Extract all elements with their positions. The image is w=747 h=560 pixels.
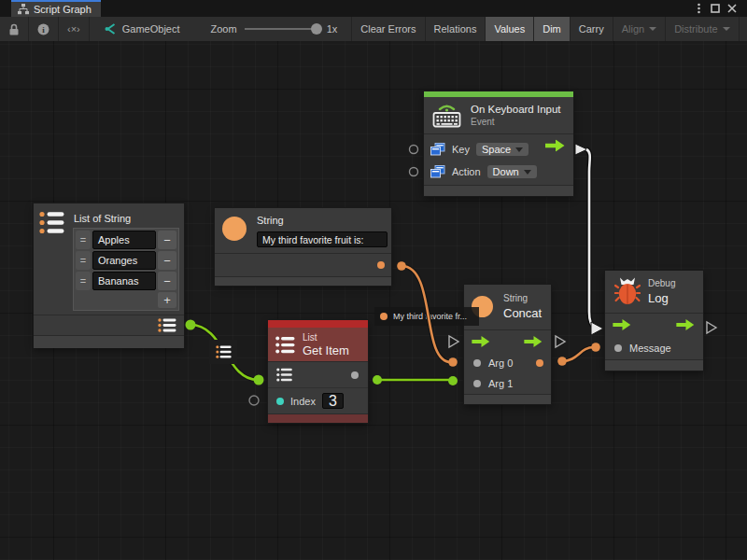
- node-category: Debug: [648, 278, 675, 289]
- list-icon: [275, 336, 295, 354]
- unconnected-trigger-in[interactable]: [449, 336, 458, 347]
- node-footer: [605, 359, 703, 371]
- list-item-field[interactable]: Bananas: [92, 272, 156, 290]
- trigger-input-port[interactable]: [472, 336, 491, 347]
- overview-button[interactable]: Overv: [740, 17, 747, 41]
- relations-button[interactable]: Relations: [426, 17, 486, 41]
- result-output-port[interactable]: [536, 359, 543, 367]
- string-output-port[interactable]: [377, 261, 385, 269]
- zoom-control: Zoom 1x: [189, 17, 346, 41]
- message-input-port[interactable]: [614, 344, 622, 352]
- wire-start-arrow[interactable]: [575, 144, 587, 155]
- string-icon: [222, 217, 247, 241]
- wire-keyboard-to-log[interactable]: [586, 149, 595, 328]
- node-debug-log[interactable]: Debug Log Message: [605, 271, 703, 371]
- unconnected-trigger-out[interactable]: [556, 336, 565, 347]
- distribute-dropdown[interactable]: Distribute: [666, 17, 739, 41]
- bug-icon: [614, 277, 641, 305]
- node-list-of-string[interactable]: List of String = Apples − = Oranges − =: [34, 203, 184, 347]
- align-dropdown[interactable]: Align: [613, 17, 666, 41]
- list-input-port[interactable]: [276, 368, 292, 382]
- wire-endpoint[interactable]: [186, 320, 196, 330]
- wire-casing: [562, 347, 594, 361]
- wire-endpoint[interactable]: [254, 375, 264, 385]
- trigger-input-port[interactable]: [613, 319, 632, 330]
- list-icon: [39, 211, 64, 234]
- list-icon: [216, 345, 232, 358]
- node-title: Log: [648, 291, 669, 305]
- unconnected-key-port[interactable]: [410, 146, 418, 154]
- list-items-box: = Apples − = Oranges − = Bananas −: [73, 228, 179, 311]
- list-item-field[interactable]: Apples: [92, 231, 156, 249]
- wire-endpoint[interactable]: [591, 343, 600, 352]
- add-item-button[interactable]: +: [158, 292, 176, 308]
- graph-toolbar: i ‹×› GameObject Zoom 1x Clear Errors Re…: [0, 17, 747, 42]
- wire-endpoint[interactable]: [448, 376, 458, 385]
- maximize-icon[interactable]: [708, 2, 722, 15]
- remove-item-button[interactable]: −: [158, 272, 176, 290]
- zoom-slider[interactable]: [245, 28, 317, 30]
- trigger-output-port[interactable]: [676, 319, 696, 330]
- node-string-concat[interactable]: String Concat Arg 0 Arg 1: [464, 285, 551, 404]
- drag-handle[interactable]: =: [76, 272, 91, 290]
- drag-handle[interactable]: =: [76, 231, 91, 249]
- dim-toggle[interactable]: Dim: [534, 17, 571, 41]
- wire-endpoint[interactable]: [448, 357, 458, 367]
- string-value-dot: [380, 313, 388, 320]
- node-footer: [424, 185, 573, 196]
- node-string-literal[interactable]: String My third favorite fruit is:: [215, 208, 391, 286]
- dropdown-caret-icon: [515, 147, 523, 152]
- node-title: On Keyboard Input: [471, 104, 561, 115]
- list-output-port[interactable]: [158, 318, 176, 332]
- trigger-output-port[interactable]: [545, 140, 566, 152]
- chevron-down-icon: [649, 27, 656, 31]
- values-toggle[interactable]: Values: [486, 17, 534, 41]
- graph-hierarchy-icon: [18, 4, 29, 15]
- zoom-slider-thumb[interactable]: [311, 23, 322, 35]
- unconnected-index-port[interactable]: [249, 396, 259, 405]
- carry-toggle[interactable]: Carry: [571, 17, 613, 41]
- node-title: List of String: [74, 213, 131, 224]
- message-label: Message: [629, 343, 671, 354]
- tab-bar: Script Graph: [0, 0, 747, 17]
- tab-script-graph[interactable]: Script Graph: [11, 0, 101, 17]
- tooltip-text: My third favorite fr...: [393, 312, 467, 321]
- wire-endpoint[interactable]: [373, 375, 382, 385]
- trigger-output-port[interactable]: [524, 336, 543, 347]
- wire-endpoint[interactable]: [397, 261, 406, 271]
- graph-target[interactable]: GameObject: [90, 17, 189, 41]
- arg1-input-port[interactable]: [473, 380, 481, 387]
- kebab-menu-icon[interactable]: [692, 2, 706, 15]
- code-view-icon[interactable]: ‹×›: [59, 17, 90, 41]
- zoom-label: Zoom: [211, 23, 237, 35]
- wire-value-badge: [209, 340, 237, 364]
- node-on-keyboard-input[interactable]: On Keyboard Input Event Key Space: [424, 91, 573, 196]
- graph-canvas[interactable]: On Keyboard Input Event Key Space: [0, 41, 747, 560]
- close-icon[interactable]: [725, 2, 739, 15]
- wire-endpoint[interactable]: [557, 357, 567, 366]
- wire-concat-to-log[interactable]: [562, 347, 594, 361]
- drag-handle[interactable]: =: [76, 251, 91, 270]
- info-icon[interactable]: i: [29, 17, 59, 41]
- unconnected-action-port[interactable]: [410, 168, 418, 176]
- remove-item-button[interactable]: −: [158, 231, 176, 249]
- lock-icon[interactable]: [0, 17, 29, 41]
- string-value-field[interactable]: My third favorite fruit is:: [257, 231, 388, 247]
- list-item-row: = Bananas −: [76, 272, 176, 290]
- action-dropdown[interactable]: Down: [487, 165, 537, 178]
- node-get-item[interactable]: List Get Item Index 3: [268, 320, 368, 423]
- index-value-field[interactable]: 3: [322, 393, 344, 409]
- remove-item-button[interactable]: −: [158, 251, 176, 270]
- arg0-input-port[interactable]: [473, 359, 481, 367]
- clear-errors-button[interactable]: Clear Errors: [352, 17, 425, 41]
- key-dropdown[interactable]: Space: [476, 143, 529, 156]
- item-output-port[interactable]: [351, 371, 359, 379]
- node-title: Get Item: [303, 343, 349, 357]
- node-footer: [34, 335, 184, 348]
- enum-port-icon[interactable]: [430, 165, 445, 178]
- unconnected-trigger-out[interactable]: [707, 322, 716, 333]
- enum-port-icon[interactable]: [430, 143, 445, 156]
- wire-end-arrow[interactable]: [591, 322, 603, 335]
- list-item-field[interactable]: Oranges: [92, 251, 156, 270]
- index-input-port[interactable]: [276, 398, 284, 405]
